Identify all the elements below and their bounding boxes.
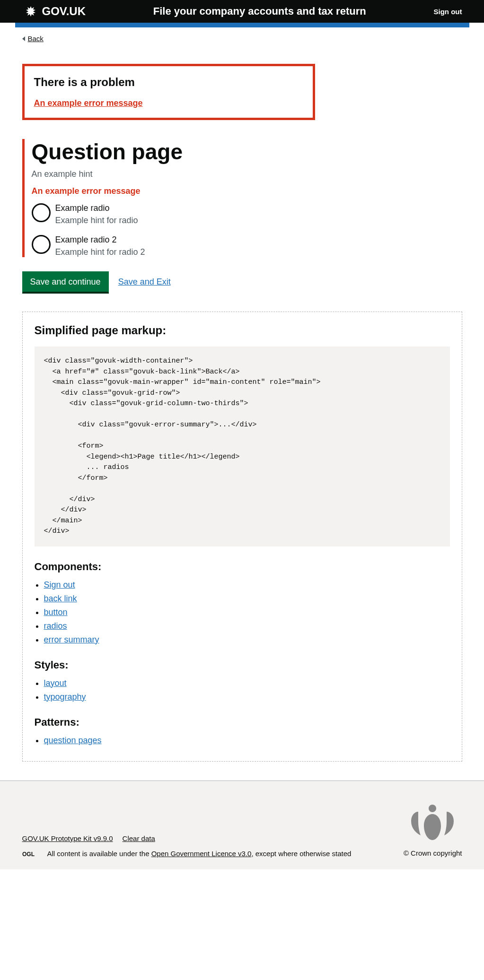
page-hint: An example hint	[32, 169, 316, 179]
radio-hint-1: Example hint for radio	[55, 216, 138, 225]
styles-list: layout typography	[35, 678, 450, 702]
save-exit-link[interactable]: Save and Exit	[118, 277, 171, 287]
component-link[interactable]: button	[44, 607, 68, 617]
radio-item: Example radio 2 Example hint for radio 2	[32, 235, 316, 257]
radio-item: Example radio Example hint for radio	[32, 203, 316, 225]
list-item: Sign out	[44, 580, 450, 590]
radio-label-2[interactable]: Example radio 2	[55, 235, 117, 244]
service-name: File your company accounts and tax retur…	[86, 5, 434, 17]
prototype-kit-link[interactable]: GOV.UK Prototype Kit v9.9.0	[22, 834, 113, 842]
sign-out-link[interactable]: Sign out	[434, 8, 462, 16]
radio-hint-2: Example hint for radio 2	[55, 247, 145, 257]
error-summary-title: There is a problem	[34, 76, 304, 89]
ogl-link[interactable]: Open Government Licence v3.0	[151, 850, 252, 858]
footer: GOV.UK Prototype Kit v9.9.0 Clear data O…	[0, 781, 484, 869]
component-link[interactable]: radios	[44, 621, 67, 631]
components-heading: Components:	[35, 561, 450, 573]
govuk-logo[interactable]: GOV.UK	[22, 5, 86, 18]
page-title: Question page	[32, 139, 316, 165]
styles-heading: Styles:	[35, 659, 450, 671]
list-item: typography	[44, 692, 450, 702]
component-link[interactable]: error summary	[44, 635, 99, 644]
copyright-link[interactable]: © Crown copyright	[404, 849, 462, 857]
ogl-icon: OGL	[22, 850, 42, 858]
save-continue-button[interactable]: Save and continue	[22, 271, 109, 293]
list-item: question pages	[44, 736, 450, 746]
crown-icon	[22, 5, 39, 18]
inline-error: An example error message	[32, 186, 316, 196]
list-item: layout	[44, 678, 450, 688]
button-group: Save and continue Save and Exit	[22, 271, 316, 293]
markup-info-box: Simplified page markup: <div class="govu…	[22, 312, 462, 762]
components-list: Sign out back link button radios error s…	[35, 580, 450, 645]
error-summary: There is a problem An example error mess…	[22, 64, 316, 120]
license-text: All content is available under the Open …	[47, 850, 352, 858]
pattern-link[interactable]: question pages	[44, 736, 102, 745]
style-link[interactable]: layout	[44, 678, 67, 688]
list-item: button	[44, 607, 450, 617]
radio-label-1[interactable]: Example radio	[55, 203, 110, 213]
markup-heading: Simplified page markup:	[35, 324, 450, 337]
back-link[interactable]: Back	[22, 35, 44, 43]
blue-bar	[15, 23, 469, 27]
error-summary-link[interactable]: An example error message	[34, 98, 143, 108]
list-item: error summary	[44, 635, 450, 645]
patterns-list: question pages	[35, 736, 450, 746]
component-link[interactable]: back link	[44, 594, 77, 603]
govuk-logo-text: GOV.UK	[42, 5, 86, 18]
patterns-heading: Patterns:	[35, 716, 450, 728]
component-link[interactable]: Sign out	[44, 580, 75, 590]
style-link[interactable]: typography	[44, 692, 86, 702]
list-item: back link	[44, 594, 450, 604]
clear-data-link[interactable]: Clear data	[123, 834, 155, 842]
royal-crest-icon	[403, 800, 462, 847]
code-block: <div class="govuk-width-container"> <a h…	[35, 347, 450, 546]
form-group: Question page An example hint An example…	[22, 139, 316, 257]
svg-text:OGL: OGL	[22, 851, 35, 858]
list-item: radios	[44, 621, 450, 631]
header: GOV.UK File your company accounts and ta…	[0, 0, 484, 23]
